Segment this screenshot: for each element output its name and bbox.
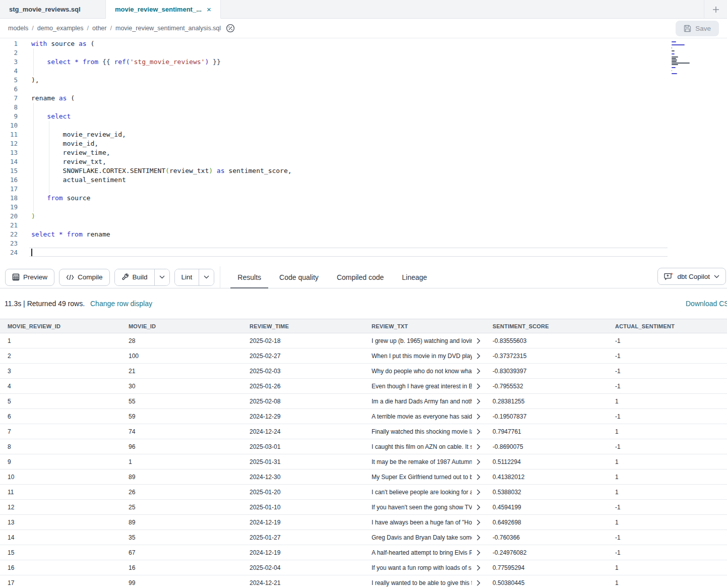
expand-review-button[interactable] [476, 353, 480, 359]
column-header-review_time[interactable]: REVIEW_TIME [242, 323, 364, 329]
code-token: {{ [102, 58, 110, 66]
column-header-actual_sentiment[interactable]: ACTUAL_SENTIMENT [608, 323, 727, 329]
cell-sentiment_score: -0.19507837 [485, 413, 608, 420]
results-tab-lineage[interactable]: Lineage [395, 266, 434, 288]
close-tab-icon[interactable]: × [207, 6, 211, 13]
expand-review-button[interactable] [476, 580, 480, 586]
dbt-copilot-button[interactable]: dbt Copilot [657, 268, 726, 285]
code-token: ( [87, 40, 95, 47]
lint-button[interactable]: Lint [175, 269, 199, 285]
breadcrumb-part[interactable]: demo_examples [37, 25, 84, 32]
results-tab-compiled-code[interactable]: Compiled code [330, 266, 391, 288]
code-token: from [83, 58, 98, 66]
change-row-display-link[interactable]: Change row display [90, 300, 152, 308]
table-row[interactable]: 12252025-01-10If you haven't seen the go… [0, 500, 727, 515]
expand-review-button[interactable] [476, 474, 480, 480]
download-csv-link[interactable]: Download CSV [686, 300, 727, 308]
review-text: I can't believe people are looking for a… [372, 489, 472, 496]
code-line: review_txt, [31, 157, 707, 166]
minimap[interactable] [672, 41, 708, 78]
cell-review_txt: Finally watched this shocking movie la… [364, 428, 485, 435]
cell-movie_review_id: 9 [0, 458, 121, 465]
expand-review-button[interactable] [476, 550, 480, 556]
code-editor[interactable]: 123456789101112131415161718192021222324 … [0, 38, 727, 266]
code-token: ref( [114, 58, 130, 66]
file-tab-1[interactable]: movie_review_sentiment_...× [106, 0, 221, 19]
table-icon [12, 273, 20, 281]
cell-movie_id: 74 [121, 428, 242, 435]
expand-review-button[interactable] [476, 504, 480, 510]
lint-options-caret[interactable] [199, 269, 214, 285]
minimap-line [672, 70, 672, 71]
save-button[interactable]: Save [676, 21, 719, 36]
copilot-badge-icon[interactable] [226, 24, 235, 33]
column-header-movie_review_id[interactable]: MOVIE_REVIEW_ID [0, 323, 121, 329]
table-row[interactable]: 4302025-01-26Even though I have great in… [0, 379, 727, 394]
table-row[interactable]: 10892024-12-30My Super Ex Girlfriend tur… [0, 469, 727, 485]
results-tab-results[interactable]: Results [230, 266, 268, 288]
expand-review-button[interactable] [476, 535, 480, 541]
table-row[interactable]: 3212025-02-03Why do people who do not kn… [0, 364, 727, 379]
chevron-right-icon [476, 368, 480, 374]
code-token [209, 58, 213, 66]
expand-review-button[interactable] [476, 459, 480, 465]
expand-review-button[interactable] [476, 444, 480, 450]
table-row[interactable]: 8962025-03-01I caught this film on AZN o… [0, 439, 727, 454]
breadcrumb-part[interactable]: other [92, 25, 107, 32]
new-tab-button[interactable] [704, 0, 727, 19]
table-row[interactable]: 16162025-02-04If you want a fun romp wit… [0, 560, 727, 575]
table-row[interactable]: 15672024-12-19A half-hearted attempt to … [0, 545, 727, 560]
expand-review-button[interactable] [476, 565, 480, 571]
cell-movie_id: 35 [121, 534, 242, 541]
code-token: select [47, 112, 71, 120]
column-header-sentiment_score[interactable]: SENTIMENT_SCORE [485, 323, 608, 329]
table-row[interactable]: 912025-01-31It may be the remake of 1987… [0, 454, 727, 469]
expand-review-button[interactable] [476, 519, 480, 525]
code-token [71, 58, 75, 66]
column-header-review_txt[interactable]: REVIEW_TXT [364, 323, 485, 329]
table-row[interactable]: 14352025-01-27Greg Davis and Bryan Daly … [0, 530, 727, 545]
table-row[interactable]: 21002025-02-27When I put this movie in m… [0, 348, 727, 364]
file-header-row: models/demo_examples/other/movie_review_… [0, 19, 727, 38]
cell-review_time: 2024-12-29 [242, 413, 364, 420]
cell-movie_review_id: 12 [0, 504, 121, 511]
table-row[interactable]: 17992024-12-21I really wanted to be able… [0, 575, 727, 588]
table-row[interactable]: 11262025-01-20I can't believe people are… [0, 485, 727, 500]
preview-button[interactable]: Preview [5, 269, 54, 286]
cell-movie_review_id: 3 [0, 368, 121, 375]
query-status: 11.3s | Returned 49 rows. [5, 300, 85, 308]
expand-review-button[interactable] [476, 414, 480, 420]
review-text: I have always been a huge fan of "Hom… [372, 519, 472, 526]
cell-review_time: 2025-03-01 [242, 443, 364, 450]
build-options-caret[interactable] [154, 269, 169, 285]
compile-button[interactable]: Compile [59, 269, 110, 286]
cell-movie_review_id: 4 [0, 383, 121, 390]
expand-review-button[interactable] [476, 338, 480, 344]
table-row[interactable]: 13892024-12-19I have always been a huge … [0, 515, 727, 530]
results-status-row: 11.3s | Returned 49 rows. Change row dis… [0, 288, 727, 319]
table-row[interactable]: 5552025-02-08Im a die hard Dads Army fan… [0, 394, 727, 409]
expand-review-button[interactable] [476, 489, 480, 495]
table-row[interactable]: 1282025-02-18I grew up (b. 1965) watchin… [0, 333, 727, 348]
table-row[interactable]: 7742024-12-24Finally watched this shocki… [0, 424, 727, 439]
code-token: source [63, 194, 91, 202]
expand-review-button[interactable] [476, 368, 480, 374]
expand-review-button[interactable] [476, 383, 480, 389]
code-token: * [59, 230, 63, 238]
review-text: Why do people who do not know what… [372, 368, 472, 375]
code-token: }} [213, 58, 221, 66]
table-row[interactable]: 6592024-12-29A terrible movie as everyon… [0, 409, 727, 424]
cell-review_time: 2024-12-19 [242, 549, 364, 556]
breadcrumb-part[interactable]: models [8, 25, 28, 32]
review-text: Greg Davis and Bryan Daly take some … [372, 534, 472, 541]
cell-review_time: 2025-02-08 [242, 398, 364, 405]
build-button[interactable]: Build [115, 269, 154, 285]
cell-movie_id: 1 [121, 458, 242, 465]
minimap-line [672, 64, 678, 65]
code-token: source [47, 40, 79, 47]
results-tab-code-quality[interactable]: Code quality [272, 266, 326, 288]
expand-review-button[interactable] [476, 398, 480, 404]
file-tab-0[interactable]: stg_movie_reviews.sql [0, 0, 106, 19]
column-header-movie_id[interactable]: MOVIE_ID [121, 323, 242, 329]
expand-review-button[interactable] [476, 429, 480, 435]
